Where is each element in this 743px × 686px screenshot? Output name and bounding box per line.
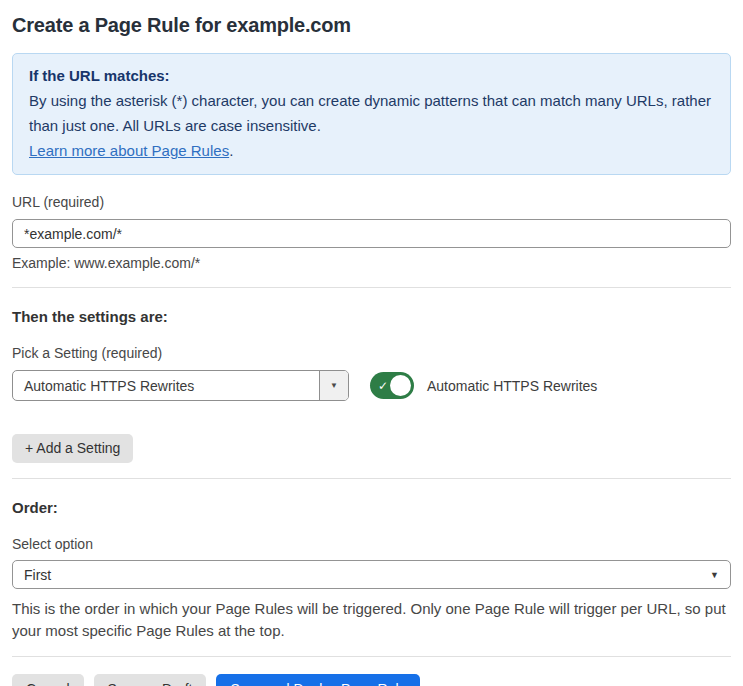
save-and-deploy-button[interactable]: Save and Deploy Page Rule xyxy=(216,674,420,686)
settings-section-heading: Then the settings are: xyxy=(12,308,731,326)
add-setting-button[interactable]: + Add a Setting xyxy=(12,434,133,463)
setting-dropdown-value: Automatic HTTPS Rewrites xyxy=(13,371,319,400)
url-field-helper: Example: www.example.com/* xyxy=(12,255,731,272)
create-page-rule-form: Create a Page Rule for example.com If th… xyxy=(0,13,743,686)
chevron-down-icon[interactable]: ▼ xyxy=(319,371,348,400)
info-box-heading: If the URL matches: xyxy=(29,63,714,88)
check-icon: ✓ xyxy=(378,380,388,392)
order-select-value: First xyxy=(24,567,51,583)
url-input[interactable] xyxy=(12,219,731,248)
setting-row: Automatic HTTPS Rewrites ▼ ✓ Automatic H… xyxy=(12,370,731,401)
setting-toggle[interactable]: ✓ xyxy=(370,372,414,399)
url-field-label: URL (required) xyxy=(12,194,731,211)
info-box-body: By using the asterisk (*) character, you… xyxy=(29,88,714,138)
url-matches-info-box: If the URL matches: By using the asteris… xyxy=(12,53,731,175)
save-as-draft-button[interactable]: Save as Draft xyxy=(94,674,207,686)
order-select[interactable]: First ▼ xyxy=(12,560,731,589)
footer-divider xyxy=(12,656,731,657)
section-divider xyxy=(12,287,731,288)
section-divider xyxy=(12,478,731,479)
pick-setting-label: Pick a Setting (required) xyxy=(12,345,731,362)
order-section-heading: Order: xyxy=(12,499,731,517)
footer-buttons: Cancel Save as Draft Save and Deploy Pag… xyxy=(12,674,731,686)
setting-toggle-label: Automatic HTTPS Rewrites xyxy=(427,378,597,394)
order-helper-text: This is the order in which your Page Rul… xyxy=(12,598,731,642)
toggle-knob xyxy=(390,375,411,396)
info-box-link-line: Learn more about Page Rules. xyxy=(29,138,714,163)
setting-dropdown[interactable]: Automatic HTTPS Rewrites ▼ xyxy=(12,370,349,401)
chevron-down-icon: ▼ xyxy=(710,570,719,580)
learn-more-link[interactable]: Learn more about Page Rules xyxy=(29,142,229,159)
link-suffix: . xyxy=(229,142,233,159)
order-select-label: Select option xyxy=(12,536,731,553)
page-title: Create a Page Rule for example.com xyxy=(12,13,731,37)
cancel-button[interactable]: Cancel xyxy=(12,674,84,686)
